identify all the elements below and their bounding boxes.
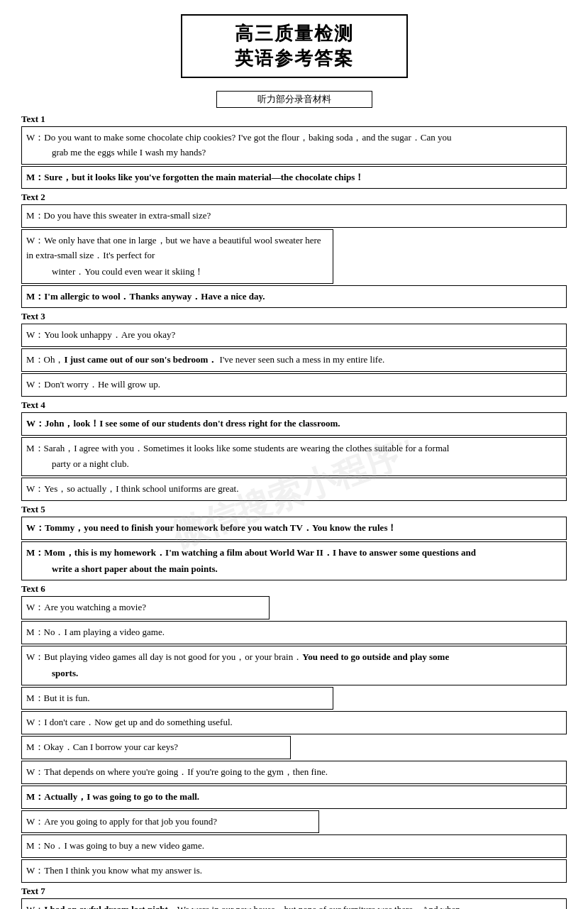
content-area: Text 1 W：Do you want to make some chocol… [21, 114, 567, 909]
text-label-6: Text 6 [21, 583, 567, 595]
text5-w1: W：Tommy，you need to finish your homework… [21, 517, 567, 540]
text5-m1: M：Mom，this is my homework．I'm watching a… [21, 541, 567, 581]
listening-header: 听力部分录音材料 [216, 91, 372, 108]
text-label-2: Text 2 [21, 192, 567, 203]
text3-m1: M：Oh，I just came out of our son's bedroo… [21, 348, 567, 372]
text-label-7: Text 7 [21, 886, 567, 897]
title-box: 高三质量检测 英语参考答案 [181, 14, 408, 78]
text-label-3: Text 3 [21, 311, 567, 322]
text3-w1: W：You look unhappy．Are you okay? [21, 324, 567, 347]
text6-m2: M：But it is fun. [21, 687, 333, 710]
text-label-1: Text 1 [21, 114, 567, 125]
text6-w3: W：I don't care．Now get up and do somethi… [21, 711, 567, 734]
page: 微信搜索小程序" 高三质量检测 英语参考答案 听力部分录音材料 Text 1 W… [0, 0, 588, 909]
text6-m1: M：No．I am playing a video game. [21, 621, 567, 644]
text6-w4: W：That depends on where you're going．If … [21, 761, 567, 784]
text6-m4: M：Actually，I was going to go to the mall… [21, 786, 567, 809]
text6-m3: M：Okay．Can I borrow your car keys? [21, 736, 291, 759]
text2-w1: W：We only have that one in large，but we … [21, 229, 333, 283]
text3-w2: W：Don't worry．He will grow up. [21, 373, 567, 397]
title-line2: 英语参考答案 [191, 46, 398, 71]
text7-w1: W：I had an awful dream last night．We wer… [21, 898, 567, 909]
text6-w2: W：But playing video games all day is not… [21, 646, 567, 685]
text6-w6: W：Then I think you know what my answer i… [21, 859, 567, 883]
text2-m2: M：I'm allergic to wool．Thanks anyway．Hav… [21, 285, 567, 309]
text-label-4: Text 4 [21, 400, 567, 411]
text4-w1: W：John，look！I see some of our students d… [21, 412, 567, 436]
text4-w2: W：Yes，so actually，I think school uniform… [21, 478, 567, 501]
text2-m1: M：Do you have this sweater in extra-smal… [21, 204, 567, 228]
title-line1: 高三质量检测 [191, 21, 398, 46]
text1-dialogue: W：Do you want to make some chocolate chi… [21, 126, 567, 165]
text6-w1: W：Are you watching a movie? [21, 596, 270, 619]
text-label-5: Text 5 [21, 504, 567, 515]
text4-m1: M：Sarah，I agree with you．Sometimes it lo… [21, 437, 567, 477]
text1-w1: W：Do you want to make some chocolate chi… [26, 131, 562, 160]
text6-m5: M：No．I was going to buy a new video game… [21, 834, 567, 858]
text1-m1: M：Sure，but it looks like you've forgotte… [21, 166, 567, 189]
text6-w5: W：Are you going to apply for that job yo… [21, 810, 319, 834]
